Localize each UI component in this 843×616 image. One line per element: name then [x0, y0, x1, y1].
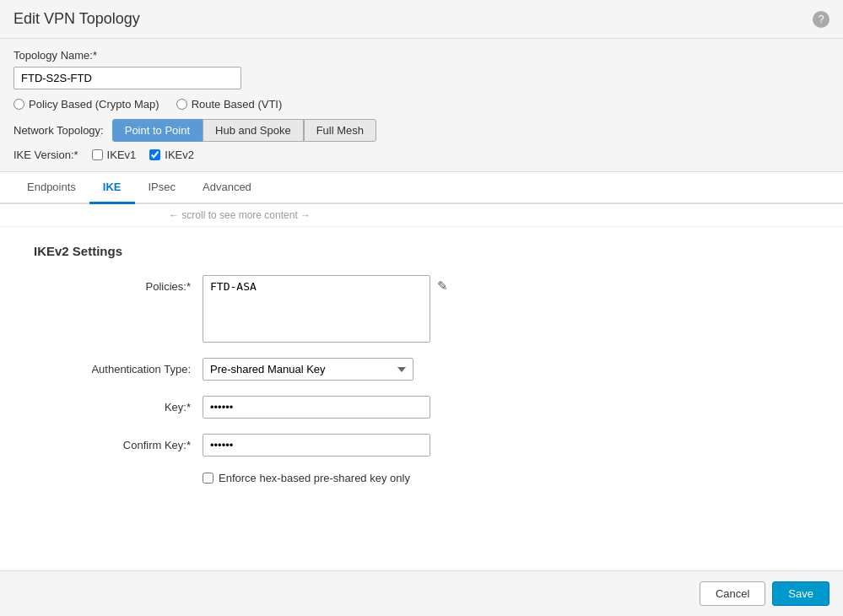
dialog-title: Edit VPN Topology	[14, 10, 140, 28]
cancel-button[interactable]: Cancel	[700, 581, 765, 606]
tab-advanced[interactable]: Advanced	[189, 172, 265, 204]
topology-name-input[interactable]	[14, 67, 241, 89]
ikev1-checkbox[interactable]	[92, 149, 103, 160]
content-area: ← scroll to see more content → IKEv2 Set…	[0, 204, 843, 570]
policy-based-radio-label[interactable]: Policy Based (Crypto Map)	[14, 98, 159, 111]
help-icon[interactable]: ?	[813, 11, 829, 28]
tab-ipsec[interactable]: IPsec	[135, 172, 190, 204]
confirm-key-label: Confirm Key:*	[34, 434, 203, 451]
route-based-label: Route Based (VTI)	[192, 98, 283, 111]
enforce-hex-row: Enforce hex-based pre-shared key only	[203, 472, 809, 484]
full-mesh-btn[interactable]: Full Mesh	[304, 119, 376, 142]
network-topology-label: Network Topology:	[14, 124, 104, 137]
ikev2-checkbox-label[interactable]: IKEv2	[149, 149, 194, 161]
point-to-point-btn[interactable]: Point to Point	[112, 119, 203, 142]
ikev2-settings-title: IKEv2 Settings	[34, 244, 809, 258]
policies-edit-icon[interactable]: ✎	[437, 275, 448, 294]
key-input[interactable]	[203, 396, 430, 419]
auth-type-control: Pre-shared Manual Key Certificate Pre-sh…	[203, 358, 413, 381]
ikev2-checkbox[interactable]	[149, 149, 160, 160]
scroll-hint-text: ← scroll to see more content →	[169, 209, 311, 221]
ike-version-row: IKE Version:* IKEv1 IKEv2	[14, 149, 829, 161]
scroll-hint-row: ← scroll to see more content →	[0, 204, 843, 227]
tab-endpoints[interactable]: Endpoints	[14, 172, 89, 204]
network-topology-btn-group: Point to Point Hub and Spoke Full Mesh	[112, 119, 376, 142]
tab-ike[interactable]: IKE	[89, 172, 135, 204]
save-button[interactable]: Save	[772, 581, 829, 606]
network-topology-row: Network Topology: Point to Point Hub and…	[14, 119, 829, 142]
key-row: Key:*	[34, 396, 809, 419]
vpn-type-radio-group: Policy Based (Crypto Map) Route Based (V…	[14, 98, 829, 111]
policies-label: Policies:*	[34, 275, 203, 293]
confirm-key-row: Confirm Key:*	[34, 434, 809, 457]
route-based-radio-label[interactable]: Route Based (VTI)	[176, 98, 283, 111]
top-section: Topology Name:* Policy Based (Crypto Map…	[0, 39, 843, 172]
ikev2-settings-section: IKEv2 Settings Policies:* FTD-ASA ✎ Auth…	[0, 227, 843, 501]
enforce-hex-checkbox[interactable]	[203, 473, 213, 484]
dialog-header: Edit VPN Topology ?	[0, 0, 843, 39]
ikev1-label: IKEv1	[107, 149, 137, 161]
key-label: Key:*	[34, 396, 203, 413]
policies-textarea[interactable]: FTD-ASA	[203, 275, 430, 343]
hub-and-spoke-btn[interactable]: Hub and Spoke	[203, 119, 304, 142]
ikev2-label: IKEv2	[165, 149, 194, 161]
confirm-key-control	[203, 434, 430, 457]
policies-row: Policies:* FTD-ASA ✎	[34, 275, 809, 343]
enforce-hex-label: Enforce hex-based pre-shared key only	[219, 472, 410, 484]
auth-type-label: Authentication Type:	[34, 358, 203, 376]
topology-name-label: Topology Name:*	[14, 49, 829, 62]
policies-control: FTD-ASA ✎	[203, 275, 448, 343]
dialog-footer: Cancel Save	[0, 570, 843, 616]
auth-type-select[interactable]: Pre-shared Manual Key Certificate Pre-sh…	[203, 358, 413, 381]
confirm-key-input[interactable]	[203, 434, 430, 457]
auth-type-row: Authentication Type: Pre-shared Manual K…	[34, 358, 809, 381]
ikev1-checkbox-label[interactable]: IKEv1	[92, 149, 137, 161]
key-control	[203, 396, 430, 419]
ike-version-label: IKE Version:*	[14, 149, 78, 161]
route-based-radio[interactable]	[176, 99, 187, 110]
policy-based-label: Policy Based (Crypto Map)	[29, 98, 159, 111]
policy-based-radio[interactable]	[14, 99, 24, 110]
edit-vpn-topology-dialog: Edit VPN Topology ? Topology Name:* Poli…	[0, 0, 843, 616]
tabs-bar: Endpoints IKE IPsec Advanced	[0, 172, 843, 204]
